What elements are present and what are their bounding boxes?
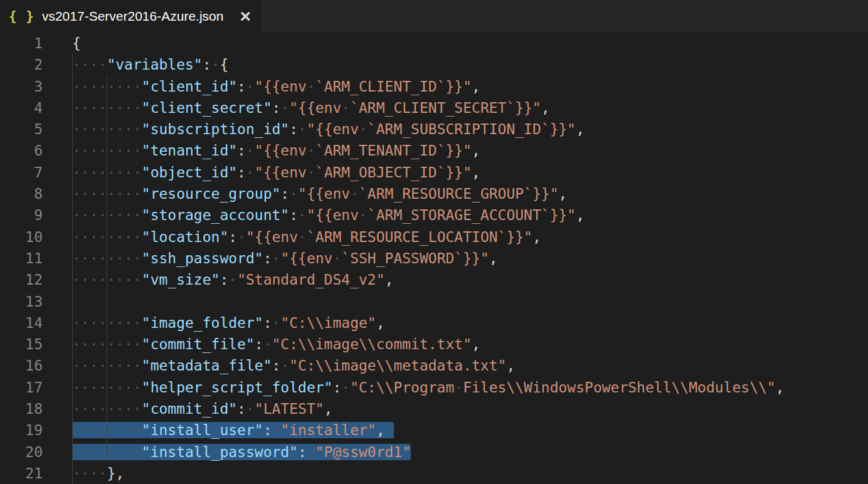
code-text: ········"vm_size":·"Standard_DS4_v2", [72, 271, 393, 288]
line-number: 9 [0, 204, 43, 226]
code-line-3[interactable]: 3········"client_id":·"{{env·`ARM_CLIENT… [0, 76, 868, 97]
code-line-12[interactable]: 12········"vm_size":·"Standard_DS4_v2", [0, 269, 868, 290]
code-line-7[interactable]: 7········"object_id":·"{{env·`ARM_OBJECT… [0, 162, 868, 183]
code-line-9[interactable]: 9········"storage_account":·"{{env·`ARM_… [0, 204, 868, 226]
code-text: ········"image_folder":·"C:\\image", [72, 315, 385, 331]
indent-guide [107, 162, 107, 183]
indent-guide [107, 312, 107, 334]
code-editor[interactable]: 1{2····"variables":·{3········"client_id… [0, 33, 868, 484]
indent-guide [72, 291, 73, 312]
code-line-2[interactable]: 2····"variables":·{ [0, 54, 868, 75]
indent-guide [107, 291, 107, 312]
code-line-8[interactable]: 8········"resource_group":·"{{env·`ARM_R… [0, 183, 868, 204]
indent-guide [72, 312, 73, 334]
code-line-13[interactable]: 13 [0, 291, 868, 312]
line-number: 15 [0, 334, 43, 355]
json-file-icon: { } [9, 9, 34, 24]
code-line-5[interactable]: 5········"subscription_id":·"{{env·`ARM_… [0, 118, 868, 140]
code-line-19[interactable]: 19········"install_user":·"installer", [0, 419, 868, 441]
indent-guide [72, 248, 73, 269]
code-line-4[interactable]: 4········"client_secret":·"{{env·`ARM_CL… [0, 97, 868, 118]
code-text: ········"client_secret":·"{{env·`ARM_CLI… [72, 100, 550, 116]
close-icon[interactable]: × [238, 7, 252, 26]
line-number: 16 [0, 355, 43, 376]
selected-code-text: ········"install_password":·"P@ssw0rd1" [72, 444, 411, 460]
code-line-1[interactable]: 1{ [0, 33, 868, 54]
indent-guide [107, 334, 107, 355]
code-text: ····}, [72, 465, 124, 481]
indent-guide [72, 398, 73, 419]
code-text: ····"variables":·{ [72, 56, 228, 73]
code-line-10[interactable]: 10········"location":·"{{env·`ARM_RESOUR… [0, 226, 868, 248]
line-number: 12 [0, 269, 43, 290]
indent-guide [107, 377, 107, 398]
code-text: ········"object_id":·"{{env·`ARM_OBJECT_… [72, 164, 480, 181]
code-text: ········"client_id":·"{{env·`ARM_CLIENT_… [72, 78, 480, 95]
code-line-21[interactable]: 21····}, [0, 463, 868, 484]
indent-guide [72, 377, 73, 398]
line-number: 11 [0, 248, 43, 269]
line-number: 2 [0, 54, 43, 75]
line-number: 7 [0, 162, 43, 183]
indent-guide [72, 463, 73, 484]
code-text: ········"ssh_password":·"{{env·`SSH_PASS… [72, 250, 498, 266]
indent-guide [72, 76, 73, 97]
code-text: ········"commit_file":·"C:\\image\\commi… [72, 336, 480, 352]
indent-guide [107, 140, 107, 161]
indent-guide [72, 419, 73, 441]
code-line-16[interactable]: 16········"metadata_file":·"C:\\image\\m… [0, 355, 868, 376]
indent-guide [72, 226, 73, 248]
code-text: { [72, 35, 81, 51]
indent-guide [72, 140, 73, 161]
line-number: 13 [0, 291, 43, 312]
indent-guide [72, 54, 73, 75]
code-line-14[interactable]: 14········"image_folder":·"C:\\image", [0, 312, 868, 334]
line-number: 1 [0, 33, 43, 54]
selected-code-text: ········"install_user":·"installer", [72, 422, 394, 438]
indent-guide [107, 355, 107, 376]
code-line-11[interactable]: 11········"ssh_password":·"{{env·`SSH_PA… [0, 248, 868, 269]
code-text: ········"metadata_file":·"C:\\image\\met… [72, 357, 515, 374]
indent-guide [107, 118, 107, 140]
line-number: 3 [0, 76, 43, 97]
code-line-6[interactable]: 6········"tenant_id":·"{{env·`ARM_TENANT… [0, 140, 868, 161]
indent-guide [72, 441, 73, 463]
line-number: 18 [0, 398, 43, 419]
line-number: 17 [0, 377, 43, 398]
line-number: 19 [0, 419, 43, 441]
indent-guide [107, 441, 107, 463]
line-number: 8 [0, 183, 43, 204]
indent-guide [107, 76, 107, 97]
code-line-17[interactable]: 17········"helper_script_folder":·"C:\\P… [0, 377, 868, 398]
indent-guide [72, 183, 73, 204]
indent-guide [72, 204, 73, 226]
line-number: 4 [0, 97, 43, 118]
indent-guide [107, 226, 107, 248]
indent-guide [107, 204, 107, 226]
code-text: ········"tenant_id":·"{{env·`ARM_TENANT_… [72, 142, 480, 159]
code-text: ········"commit_id":·"LATEST", [72, 401, 332, 417]
code-line-20[interactable]: 20········"install_password":·"P@ssw0rd1… [0, 441, 868, 463]
indent-guide [72, 118, 73, 140]
indent-guide [107, 183, 107, 204]
code-text: ········"storage_account":·"{{env·`ARM_S… [72, 207, 585, 223]
indent-guide [72, 334, 73, 355]
indent-guide [72, 97, 73, 118]
indent-guide [107, 398, 107, 419]
line-number: 6 [0, 140, 43, 161]
tab-bar: { } vs2017-Server2016-Azure.json × [0, 0, 868, 33]
indent-guide [107, 248, 107, 269]
line-number: 14 [0, 312, 43, 334]
indent-guide [107, 269, 107, 290]
code-line-15[interactable]: 15········"commit_file":·"C:\\image\\com… [0, 334, 868, 355]
tab-title: vs2017-Server2016-Azure.json [42, 9, 224, 24]
line-number: 10 [0, 226, 43, 248]
line-number: 5 [0, 118, 43, 140]
indent-guide [72, 162, 73, 183]
code-text: ········"resource_group":·"{{env·`ARM_RE… [72, 186, 567, 202]
code-line-18[interactable]: 18········"commit_id":·"LATEST", [0, 398, 868, 419]
code-text: ········"location":·"{{env·`ARM_RESOURCE… [72, 229, 541, 245]
tab-vs2017-server2016-azure-json[interactable]: { } vs2017-Server2016-Azure.json × [0, 0, 261, 33]
indent-guide [107, 97, 107, 118]
indent-guide [107, 419, 107, 441]
